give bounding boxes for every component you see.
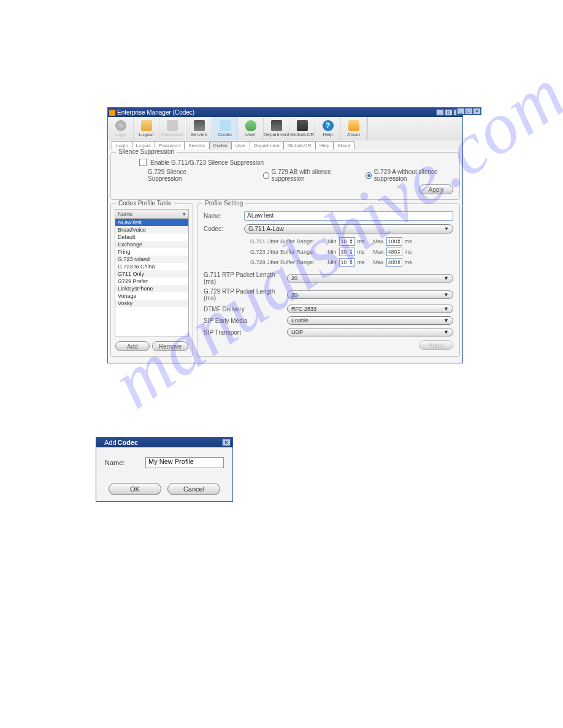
main-window: _ □ × Enterprise Manager (Codec) _ □ × L… xyxy=(107,107,463,363)
setting-combo[interactable]: UDP▼ xyxy=(287,328,453,336)
toolbar-label: Password xyxy=(161,132,183,137)
jitter-max-spinner[interactable]: 100▲▼ xyxy=(386,237,402,246)
ms-label: ms xyxy=(405,238,412,245)
jitter-label: G.723 Jitter Buffer Range: xyxy=(250,249,325,255)
dialog-title-bold: Codec xyxy=(118,439,139,446)
toolbar-globallcr-button[interactable]: GlobalLCR xyxy=(289,117,315,140)
window-title: Enterprise Manager (Codec) xyxy=(117,109,436,116)
toolbar-label: Help xyxy=(323,132,332,137)
jitter-max-spinner[interactable]: 480▲▼ xyxy=(386,248,402,256)
setting-label: DTMF Delivery xyxy=(204,306,287,313)
toolbar-login-button: Login xyxy=(108,117,134,140)
list-item[interactable]: Vonage xyxy=(115,292,188,300)
tab-codec[interactable]: Codec xyxy=(209,141,232,150)
enable-silence-checkbox[interactable] xyxy=(139,159,147,166)
profile-name-input[interactable]: ALawTest xyxy=(244,211,453,221)
toolbar-label: Codec xyxy=(218,132,232,137)
setting-combo[interactable]: 20▼ xyxy=(287,290,453,299)
jitter-label: G.711 Jitter Buffer Range: xyxy=(250,238,325,245)
jitter-min-spinner[interactable]: 10▲▼ xyxy=(339,258,355,267)
profile-codec-label: Codec: xyxy=(204,226,244,232)
ms-label: ms xyxy=(358,238,365,245)
jitter-label: G.729 Jitter Buffer Range: xyxy=(250,259,325,265)
toolbar-codec-button[interactable]: Codec xyxy=(212,117,238,140)
tab-globallcr[interactable]: GlobalLCR xyxy=(283,141,316,150)
profile-name-label: Name: xyxy=(204,213,244,219)
setting-value: RFC 2833 xyxy=(291,306,316,312)
sort-indicator: ▾ xyxy=(183,211,186,217)
radio-g729ab[interactable] xyxy=(263,172,269,179)
list-item[interactable]: ALawTest xyxy=(115,219,188,226)
toolbar-servers-button[interactable]: Servers xyxy=(186,117,212,140)
jitter-min-spinner[interactable]: 10▲▼ xyxy=(339,237,355,246)
minimize-button[interactable]: _ xyxy=(436,109,444,116)
java-icon xyxy=(98,439,104,446)
setting-row: SIP TransportUDP▼ xyxy=(204,328,453,336)
tab-help[interactable]: Help xyxy=(315,141,334,150)
setting-combo[interactable]: Enable▼ xyxy=(287,316,453,325)
min-label: Min xyxy=(327,238,337,245)
shadow-close-icon: × xyxy=(473,108,481,115)
dialog-close-button[interactable]: × xyxy=(222,439,231,446)
setting-combo[interactable]: RFC 2833▼ xyxy=(287,305,453,313)
list-item[interactable]: Vosky xyxy=(115,300,188,307)
setting-value: 20 xyxy=(291,292,297,298)
toolbar-about-button[interactable]: About xyxy=(341,117,367,140)
list-item[interactable]: Default xyxy=(115,233,188,241)
toolbar-logout-button[interactable]: Logout xyxy=(134,117,159,140)
ms-label: ms xyxy=(405,249,412,255)
silence-apply-button[interactable]: Apply xyxy=(419,184,453,194)
ms-label: ms xyxy=(358,259,365,265)
tab-department[interactable]: Department xyxy=(250,141,284,150)
java-icon xyxy=(109,110,115,116)
jitter-row-g729: G.729 Jitter Buffer Range:Min10▲▼msMax48… xyxy=(250,258,453,267)
setting-value: Enable xyxy=(291,317,308,324)
codec-icon xyxy=(220,120,231,131)
radio-g729a[interactable] xyxy=(366,172,371,179)
silence-title: Silence Suppression xyxy=(116,148,177,155)
silence-suppression-panel: Silence Suppression Enable G.711/G.723 S… xyxy=(110,152,460,200)
main-toolbar: LoginLogoutPasswordServersCodecUserDepar… xyxy=(108,117,462,140)
profile-apply-button[interactable]: Apply xyxy=(419,340,453,350)
jitter-max-spinner[interactable]: 480▲▼ xyxy=(386,258,402,267)
toolbar-label: User xyxy=(245,132,256,137)
dialog-name-input[interactable]: My New Profile xyxy=(145,457,224,468)
profile-setting-title: Profile Setting xyxy=(202,200,245,207)
list-item[interactable]: BroadVoice xyxy=(115,226,188,233)
profile-list[interactable]: ALawTestBroadVoiceDefaultExchangeFringG.… xyxy=(115,219,189,336)
list-item[interactable]: Exchange xyxy=(115,241,188,248)
list-item[interactable]: G711 Only xyxy=(115,270,188,278)
globallcr-icon xyxy=(297,120,308,131)
list-item[interactable]: G729 Prefer xyxy=(115,278,188,285)
profile-table-header[interactable]: Name ▾ xyxy=(115,209,189,219)
help-icon: ? xyxy=(323,120,334,131)
radio-g729ab-label: G.729 AB with silence suppression xyxy=(272,169,348,182)
jitter-min-spinner[interactable]: 30▲▼ xyxy=(339,248,355,256)
profile-codec-combo[interactable]: G.711 A-Law ▼ xyxy=(244,224,453,233)
add-profile-button[interactable]: Add xyxy=(115,341,150,351)
shadow-max-icon: □ xyxy=(465,108,473,115)
toolbar-help-button[interactable]: ?Help xyxy=(315,117,341,140)
chevron-down-icon: ▼ xyxy=(443,275,449,281)
list-item[interactable]: G.723 roland xyxy=(115,256,188,263)
list-item[interactable]: LinkSysPhone xyxy=(115,285,188,292)
maximize-button[interactable]: □ xyxy=(445,109,453,116)
list-item[interactable]: G.723 to China xyxy=(115,263,188,270)
setting-row: SIP Early MediaEnable▼ xyxy=(204,316,453,325)
tab-about[interactable]: About xyxy=(333,141,354,150)
min-label: Min xyxy=(327,249,337,255)
tab-user[interactable]: User xyxy=(231,141,250,150)
chevron-down-icon: ▼ xyxy=(443,292,449,298)
list-item[interactable]: Fring xyxy=(115,248,188,256)
toolbar-label: GlobalLCR xyxy=(290,132,314,137)
setting-combo[interactable]: 20▼ xyxy=(287,274,453,282)
remove-profile-button[interactable]: Remove xyxy=(152,341,188,351)
toolbar-department-button[interactable]: Department xyxy=(264,117,289,140)
dialog-cancel-button[interactable]: Cancel xyxy=(167,483,220,495)
toolbar-label: Login xyxy=(115,132,127,137)
toolbar-label: Servers xyxy=(191,132,208,137)
toolbar-user-button[interactable]: User xyxy=(238,117,264,140)
dialog-ok-button[interactable]: OK xyxy=(109,483,161,495)
servers-icon xyxy=(194,120,205,131)
tab-servers[interactable]: Servers xyxy=(184,141,210,150)
